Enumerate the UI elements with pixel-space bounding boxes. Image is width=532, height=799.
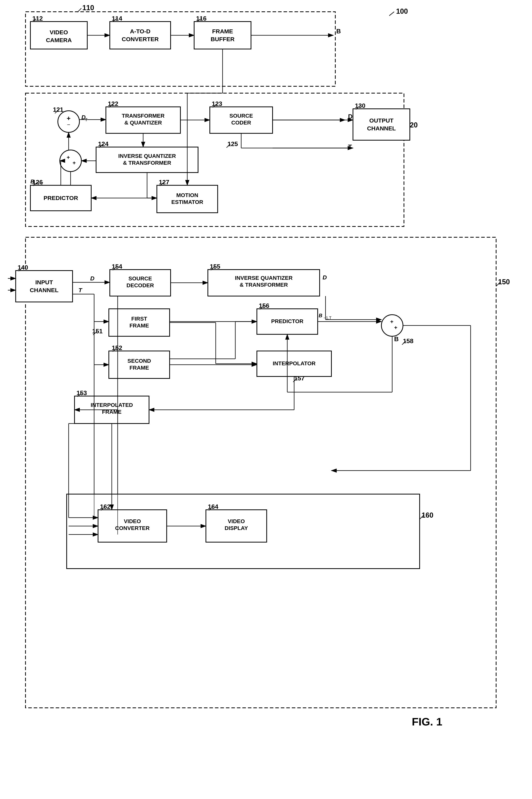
svg-text:& TRANSFORMER: & TRANSFORMER [123,160,171,166]
svg-text:FRAME: FRAME [129,365,149,371]
svg-rect-85 [353,109,410,140]
svg-text:INTERPOLATED: INTERPOLATED [91,402,133,408]
svg-text:155: 155 [210,263,220,270]
svg-text:157: 157 [294,375,305,382]
diagram-svg: 110 100 VIDEO CAMERA 112 A-TO-D CONVERTE… [0,0,532,799]
svg-text:INVERSE QUANTIZER: INVERSE QUANTIZER [118,153,176,159]
svg-text:SOURCE: SOURCE [229,113,253,119]
svg-text:VIDEO: VIDEO [50,29,68,36]
svg-text:152: 152 [112,344,122,351]
svg-text:+: + [67,115,71,122]
svg-text:SOURCE: SOURCE [129,275,152,282]
diagram: 110 100 VIDEO CAMERA 112 A-TO-D CONVERTE… [0,0,532,799]
svg-text:130: 130 [355,102,365,109]
svg-text:164: 164 [208,503,218,510]
svg-text:−1,T: −1,T [35,182,43,186]
svg-text:154: 154 [112,263,122,270]
svg-text:PREDICTOR: PREDICTOR [43,195,78,201]
svg-text:156: 156 [259,302,269,309]
svg-text:−: − [67,121,70,128]
svg-text:OUTPUT: OUTPUT [369,117,393,124]
svg-text:T: T [348,143,352,150]
svg-text:FIRST: FIRST [131,316,147,322]
svg-text:TRANSFORMER: TRANSFORMER [122,113,165,119]
svg-text:123: 123 [212,100,222,107]
svg-text:121: 121 [53,106,63,113]
svg-text:DISPLAY: DISPLAY [225,525,248,531]
svg-text:+: + [394,324,397,330]
svg-text:B: B [31,178,34,185]
svg-text:FRAME: FRAME [212,28,233,35]
svg-text:127: 127 [159,178,169,186]
svg-text:110: 110 [82,4,94,12]
svg-point-123 [381,315,403,336]
svg-text:T: T [78,287,82,293]
svg-text:VIDEO: VIDEO [124,518,141,524]
svg-text:MOTION: MOTION [176,192,198,198]
svg-text:INTERPOLATOR: INTERPOLATOR [273,360,316,366]
svg-text:& QUANTIZER: & QUANTIZER [124,120,162,126]
svg-text:D: D [348,113,353,120]
svg-text:VIDEO: VIDEO [228,518,245,524]
svg-text:CONVERTER: CONVERTER [115,525,150,531]
svg-text:A-TO-D: A-TO-D [130,28,150,35]
svg-text:DECODER: DECODER [127,282,154,288]
svg-text:B: B [319,312,322,319]
svg-text:153: 153 [76,389,87,397]
svg-text:CAMERA: CAMERA [46,37,72,43]
svg-text:INVERSE QUANTIZER: INVERSE QUANTIZER [235,275,292,281]
svg-text:CHANNEL: CHANNEL [367,125,396,132]
svg-text:122: 122 [108,100,118,107]
svg-text:D: D [323,274,327,281]
svg-text:−1,T: −1,T [324,316,331,320]
svg-text:B: B [336,27,341,35]
svg-rect-19 [194,22,251,49]
svg-rect-98 [16,271,73,302]
svg-text:100: 100 [396,7,408,15]
svg-text:BUFFER: BUFFER [211,36,234,42]
svg-text:CHANNEL: CHANNEL [30,287,59,293]
svg-text:151: 151 [92,328,102,335]
svg-text:125: 125 [227,140,238,148]
svg-text:CODER: CODER [231,120,251,126]
svg-text:B: B [394,336,399,343]
svg-text:FIG. 1: FIG. 1 [412,716,442,728]
svg-text:FRAME: FRAME [129,323,149,329]
svg-point-59 [60,150,81,172]
svg-text:ESTIMATOR: ESTIMATOR [171,199,203,205]
svg-line-6 [389,12,394,16]
svg-text:PREDICTOR: PREDICTOR [271,318,303,324]
svg-text:158: 158 [403,338,413,344]
svg-text:+: + [73,160,76,166]
svg-text:SECOND: SECOND [128,358,151,364]
svg-text:& TRANSFORMER: & TRANSFORMER [240,282,288,288]
svg-rect-13 [110,22,171,49]
svg-text:150: 150 [498,278,510,286]
svg-text:INPUT: INPUT [35,279,53,285]
svg-text:124: 124 [98,140,109,148]
svg-text:162: 162 [100,503,110,510]
svg-text:+: + [390,319,393,325]
svg-text:D: D [90,275,95,282]
svg-text:+: + [67,154,70,160]
svg-text:CONVERTER: CONVERTER [122,36,159,42]
svg-text:140: 140 [18,264,28,271]
